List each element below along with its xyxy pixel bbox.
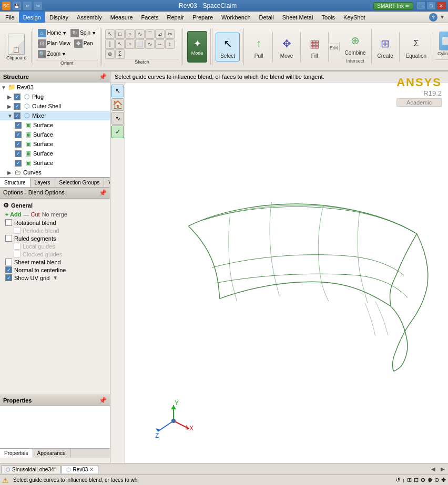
- move-button[interactable]: ✥ Move: [275, 33, 298, 61]
- sketch-btn-14[interactable]: ↕: [165, 39, 175, 49]
- tab-rev03[interactable]: ⬡ Rev03 ✕: [62, 465, 98, 473]
- tab-properties[interactable]: Properties: [0, 449, 33, 458]
- checkbox-local-guides[interactable]: Local guides: [3, 242, 107, 250]
- status-icon-1[interactable]: ↺: [395, 477, 400, 483]
- cb-uv-grid[interactable]: [5, 274, 12, 281]
- status-icon-6[interactable]: ⊗: [427, 477, 432, 483]
- create-button[interactable]: ⊞ Create: [374, 33, 397, 61]
- sketch-btn-4[interactable]: ∿: [135, 29, 145, 39]
- cb-sheet-metal[interactable]: [5, 259, 12, 265]
- checkbox-surface-1[interactable]: ✓: [15, 122, 22, 129]
- menu-tools[interactable]: Tools: [317, 12, 339, 23]
- checkbox-sheet-metal-blend[interactable]: Sheet metal blend: [3, 258, 107, 266]
- tab-selection-groups[interactable]: Selection Groups: [55, 178, 105, 187]
- checkbox-clocked-guides[interactable]: Clocked guides: [3, 250, 107, 258]
- tool-curve[interactable]: ∿: [111, 112, 124, 125]
- checkbox-plug[interactable]: ✓: [14, 94, 21, 100]
- menu-prepare[interactable]: Prepare: [188, 12, 217, 23]
- pull-button[interactable]: ↑ Pull: [247, 33, 270, 61]
- menu-display[interactable]: Display: [45, 12, 73, 23]
- checkbox-surface-5[interactable]: ✓: [15, 160, 22, 167]
- tree-item-surface-1[interactable]: ✓ ▣ Surface: [0, 120, 110, 130]
- smart-ink-badge[interactable]: SMART Ink ✏: [373, 2, 413, 10]
- checkbox-surface-2[interactable]: ✓: [15, 131, 22, 138]
- expand-plug[interactable]: ▶: [7, 94, 13, 100]
- sketch-btn-2[interactable]: □: [115, 29, 125, 39]
- sketch-btn-6[interactable]: ⊿: [155, 29, 165, 39]
- select-button[interactable]: ↖ Select: [216, 33, 240, 61]
- zoom-dropdown[interactable]: ▼: [62, 51, 66, 57]
- sketch-btn-5[interactable]: ⌒: [145, 29, 155, 39]
- status-icon-8[interactable]: ✥: [441, 477, 446, 483]
- checkbox-outer-shell[interactable]: ✓: [14, 103, 21, 110]
- nav-next[interactable]: ▶: [439, 465, 447, 473]
- tree-item-surface-3[interactable]: ✓ ▣ Surface: [0, 139, 110, 149]
- plan-view-button[interactable]: ⊡ Plan View: [36, 39, 72, 48]
- sketch-btn-13[interactable]: ↔: [155, 39, 165, 49]
- clipboard-button[interactable]: 📋 Clipboard: [5, 33, 28, 61]
- menu-measure[interactable]: Measure: [106, 12, 137, 23]
- status-icon-4[interactable]: ⊟: [414, 477, 419, 483]
- cb-rotational[interactable]: [5, 219, 12, 226]
- cb-clocked[interactable]: [14, 251, 21, 257]
- home-button[interactable]: ⌂ Home ▼: [36, 28, 69, 38]
- maximize-button[interactable]: □: [426, 2, 436, 10]
- status-icon-7[interactable]: ⊙: [434, 477, 439, 483]
- sketch-btn-7[interactable]: ✂: [165, 29, 175, 39]
- zoom-button[interactable]: 🔍 Zoom ▼: [36, 49, 68, 59]
- sketch-btn-11[interactable]: ⬜: [135, 39, 145, 49]
- tree-item-plug[interactable]: ▶ ✓ ⬡ Plug: [0, 92, 110, 101]
- nav-prev[interactable]: ◀: [429, 465, 437, 473]
- tab-views[interactable]: Views: [104, 178, 110, 187]
- tab-sinusoidal[interactable]: ⬡ SinusoidalLobe34*: [1, 465, 60, 473]
- expand-outer-shell[interactable]: ▶: [7, 104, 13, 109]
- tree-item-curves[interactable]: ▶ 🗁 Curves: [0, 168, 110, 177]
- checkbox-surface-4[interactable]: ✓: [15, 150, 22, 157]
- expand-rev03[interactable]: ▼: [1, 85, 6, 90]
- expand-curves[interactable]: ▶: [7, 170, 13, 176]
- menu-facets[interactable]: Facets: [137, 12, 163, 23]
- status-icon-3[interactable]: ⊞: [407, 477, 412, 483]
- fill-button[interactable]: ▦ Fill: [303, 33, 326, 61]
- mode-button[interactable]: ✦ Mode: [187, 31, 207, 63]
- no-merge-button[interactable]: No merge: [42, 211, 67, 218]
- tree-item-outer-shell[interactable]: ▶ ✓ ⬡ Outer Shell: [0, 101, 110, 111]
- tree-item-rev03[interactable]: ▼ 📁 Rev03: [0, 82, 110, 92]
- checkbox-show-uv-grid[interactable]: Show UV grid ▼: [3, 274, 107, 282]
- tab-structure[interactable]: Structure: [0, 178, 30, 187]
- cut-button[interactable]: — Cut: [23, 211, 39, 218]
- expand-mixer[interactable]: ▼: [7, 113, 13, 119]
- sketch-btn-10[interactable]: ○: [125, 39, 135, 49]
- spin-button[interactable]: ↻ Spin ▼: [69, 28, 98, 38]
- cb-periodic[interactable]: [14, 227, 21, 234]
- sketch-btn-1[interactable]: ↖: [105, 29, 115, 39]
- combine-button[interactable]: ⊕ Combine: [342, 30, 369, 58]
- checkbox-surface-3[interactable]: ✓: [15, 141, 22, 148]
- checkbox-normal-centerline[interactable]: Normal to centerline: [3, 266, 107, 274]
- sketch-btn-12[interactable]: ∿: [145, 39, 155, 49]
- options-pin[interactable]: 📌: [99, 189, 107, 197]
- tab-rev03-close[interactable]: ✕: [89, 467, 94, 472]
- menu-sheet-metal[interactable]: Sheet Metal: [278, 12, 318, 23]
- properties-pin[interactable]: 📌: [99, 397, 107, 404]
- quick-access-2[interactable]: ↩: [23, 2, 32, 10]
- checkbox-periodic-blend[interactable]: Periodic blend: [3, 226, 107, 234]
- expand-arrow[interactable]: ▼: [440, 14, 445, 20]
- sketch-btn-3[interactable]: ○: [125, 29, 135, 39]
- uv-grid-dropdown[interactable]: ▼: [53, 275, 58, 281]
- home-dropdown[interactable]: ▼: [62, 30, 67, 36]
- status-icon-5[interactable]: ⊕: [421, 477, 425, 483]
- cb-normal[interactable]: [5, 266, 12, 273]
- menu-design[interactable]: Design: [19, 12, 45, 23]
- status-icon-2[interactable]: ↑: [402, 477, 405, 483]
- help-button[interactable]: ?: [429, 13, 437, 22]
- quick-access-3[interactable]: ↪: [34, 2, 42, 10]
- menu-file[interactable]: File: [1, 12, 19, 23]
- tool-select[interactable]: ↖: [111, 85, 124, 97]
- tool-blend[interactable]: 🏠: [111, 98, 124, 111]
- cb-ruled[interactable]: [5, 235, 12, 242]
- menu-detail[interactable]: Detail: [255, 12, 278, 23]
- menu-keyshot[interactable]: KeyShot: [339, 12, 370, 23]
- pan-button[interactable]: ✥ Pan: [73, 39, 95, 48]
- sketch-btn-8[interactable]: |: [105, 39, 115, 49]
